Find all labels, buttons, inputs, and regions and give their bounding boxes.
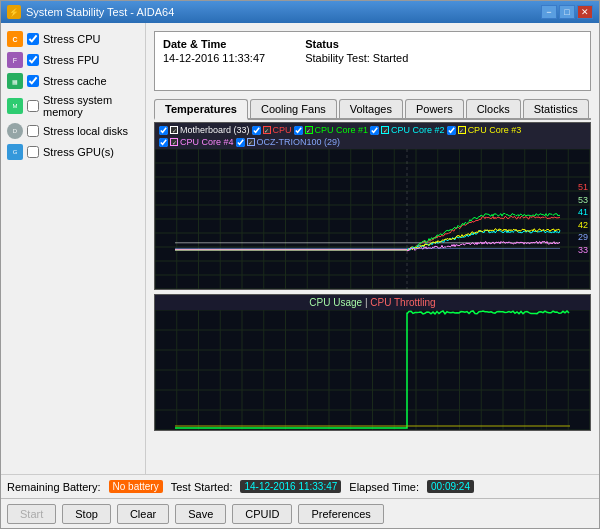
date-value: 14-12-2016 11:33:47 — [163, 52, 265, 64]
legend-core2: ✓ CPU Core #2 — [370, 125, 445, 135]
save-button[interactable]: Save — [175, 504, 226, 524]
preferences-button[interactable]: Preferences — [298, 504, 383, 524]
maximize-button[interactable]: □ — [559, 5, 575, 19]
date-label: Date & Time — [163, 38, 265, 50]
legend-core2-checkbox[interactable] — [370, 126, 379, 135]
start-button[interactable]: Start — [7, 504, 56, 524]
disk-icon: D — [7, 123, 23, 139]
legend-ocz-dot: ✓ — [247, 138, 255, 146]
cpu-icon: C — [7, 31, 23, 47]
stress-fpu-label: Stress FPU — [43, 54, 99, 66]
usage-canvas — [155, 310, 590, 430]
minimize-button[interactable]: − — [541, 5, 557, 19]
temp-val-51: 51 — [578, 181, 588, 194]
info-row: Date & Time 14-12-2016 11:33:47 Status S… — [163, 38, 582, 64]
legend-cpu: ✓ CPU — [252, 125, 292, 135]
status-value: Stability Test: Started — [305, 52, 408, 64]
right-panel: Date & Time 14-12-2016 11:33:47 Status S… — [146, 23, 599, 474]
stress-fpu-checkbox[interactable] — [27, 54, 39, 66]
legend-core1-label: CPU Core #1 — [315, 125, 369, 135]
stress-cpu-label: Stress CPU — [43, 33, 100, 45]
tab-bar: Temperatures Cooling Fans Voltages Power… — [154, 99, 591, 120]
temp-val-41: 41 — [578, 206, 588, 219]
main-content: C Stress CPU F Stress FPU ▦ Stress cache… — [1, 23, 599, 474]
tab-statistics[interactable]: Statistics — [523, 99, 589, 118]
legend-core4-label: CPU Core #4 — [180, 137, 234, 147]
usage-chart: 100% 0% 100% 0% — [155, 310, 590, 430]
main-window: ⚡ System Stability Test - AIDA64 − □ ✕ C… — [0, 0, 600, 529]
app-icon: ⚡ — [7, 5, 21, 19]
stress-cache-item: ▦ Stress cache — [7, 73, 139, 89]
legend-mb-dot: ✓ — [170, 126, 178, 134]
elapsed-value: 00:09:24 — [427, 480, 474, 493]
clear-button[interactable]: Clear — [117, 504, 169, 524]
temp-val-33: 33 — [578, 244, 588, 257]
legend-core2-label: CPU Core #2 — [391, 125, 445, 135]
close-button[interactable]: ✕ — [577, 5, 593, 19]
footer-buttons: Start Stop Clear Save CPUID Preferences — [1, 498, 599, 528]
temp-val-53: 53 — [578, 194, 588, 207]
stress-cache-label: Stress cache — [43, 75, 107, 87]
legend-core4-dot: ✓ — [170, 138, 178, 146]
stress-cpu-checkbox[interactable] — [27, 33, 39, 45]
window-title: System Stability Test - AIDA64 — [26, 6, 541, 18]
title-controls: − □ ✕ — [541, 5, 593, 19]
fpu-icon: F — [7, 52, 23, 68]
temp-val-42: 42 — [578, 219, 588, 232]
legend-core3-checkbox[interactable] — [447, 126, 456, 135]
cache-icon: ▦ — [7, 73, 23, 89]
stress-options-panel: C Stress CPU F Stress FPU ▦ Stress cache… — [1, 23, 146, 474]
legend-ocz: ✓ OCZ-TRION100 (29) — [236, 137, 341, 147]
stress-memory-label: Stress system memory — [43, 94, 139, 118]
stop-button[interactable]: Stop — [62, 504, 111, 524]
legend-cpu-checkbox[interactable] — [252, 126, 261, 135]
status-label: Status — [305, 38, 408, 50]
elapsed-label: Elapsed Time: — [349, 481, 419, 493]
legend-motherboard: ✓ Motherboard (33) — [159, 125, 250, 135]
remaining-battery-label: Remaining Battery: — [7, 481, 101, 493]
legend-mb-label: Motherboard (33) — [180, 125, 250, 135]
gpu-icon: G — [7, 144, 23, 160]
tab-voltages[interactable]: Voltages — [339, 99, 403, 118]
legend-core2-dot: ✓ — [381, 126, 389, 134]
usage-chart-container: CPU Usage | CPU Throttling 100% 0% 100% … — [154, 294, 591, 431]
stress-memory-checkbox[interactable] — [27, 100, 39, 112]
stress-gpu-checkbox[interactable] — [27, 146, 39, 158]
legend-ocz-label: OCZ-TRION100 (29) — [257, 137, 341, 147]
stress-gpu-item: G Stress GPU(s) — [7, 144, 139, 160]
legend-cpu-dot: ✓ — [263, 126, 271, 134]
usage-title-throttle: CPU Throttling — [370, 297, 435, 308]
bottom-status-bar: Remaining Battery: No battery Test Start… — [1, 474, 599, 498]
info-box: Date & Time 14-12-2016 11:33:47 Status S… — [154, 31, 591, 91]
legend-ocz-checkbox[interactable] — [236, 138, 245, 147]
temp-right-values: 51 53 41 42 29 33 — [578, 181, 588, 257]
cpuid-button[interactable]: CPUID — [232, 504, 292, 524]
usage-title-usage: CPU Usage — [309, 297, 362, 308]
temp-chart-container: ✓ Motherboard (33) ✓ CPU ✓ CPU Core #1 — [154, 122, 591, 290]
usage-chart-title: CPU Usage | CPU Throttling — [155, 295, 590, 310]
status-col: Status Stability Test: Started — [305, 38, 408, 64]
legend-core4-checkbox[interactable] — [159, 138, 168, 147]
stress-gpu-label: Stress GPU(s) — [43, 146, 114, 158]
legend-core1-checkbox[interactable] — [294, 126, 303, 135]
legend-core1-dot: ✓ — [305, 126, 313, 134]
tabs-area: Temperatures Cooling Fans Voltages Power… — [154, 99, 591, 431]
legend-cpu-label: CPU — [273, 125, 292, 135]
tab-temperatures[interactable]: Temperatures — [154, 99, 248, 120]
date-col: Date & Time 14-12-2016 11:33:47 — [163, 38, 265, 64]
tab-cooling-fans[interactable]: Cooling Fans — [250, 99, 337, 118]
temp-chart: 100°C 0°C 11:33:47 51 53 41 42 29 33 — [155, 149, 590, 289]
temp-legend: ✓ Motherboard (33) ✓ CPU ✓ CPU Core #1 — [155, 123, 590, 149]
legend-core3-dot: ✓ — [458, 126, 466, 134]
temp-canvas — [155, 149, 590, 289]
battery-value: No battery — [109, 480, 163, 493]
memory-icon: M — [7, 98, 23, 114]
legend-core4: ✓ CPU Core #4 — [159, 137, 234, 147]
stress-memory-item: M Stress system memory — [7, 94, 139, 118]
tab-powers[interactable]: Powers — [405, 99, 464, 118]
stress-disk-checkbox[interactable] — [27, 125, 39, 137]
tab-clocks[interactable]: Clocks — [466, 99, 521, 118]
legend-core3-label: CPU Core #3 — [468, 125, 522, 135]
legend-mb-checkbox[interactable] — [159, 126, 168, 135]
stress-cache-checkbox[interactable] — [27, 75, 39, 87]
